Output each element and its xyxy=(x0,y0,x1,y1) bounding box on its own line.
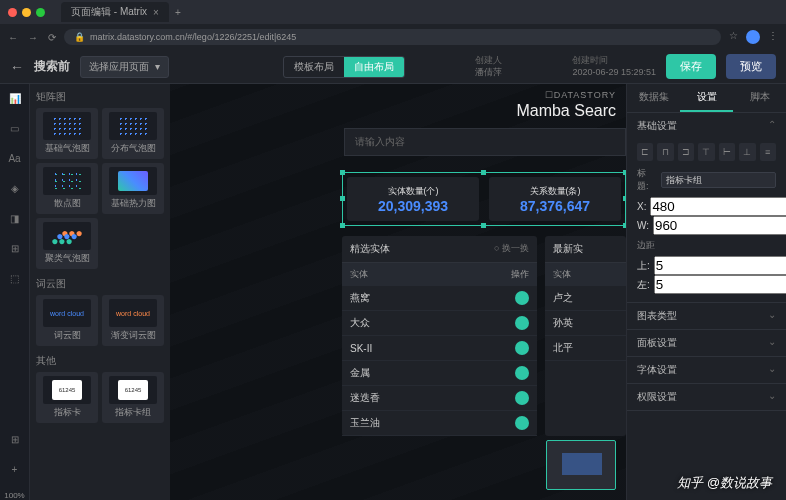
minimize-icon[interactable] xyxy=(22,8,31,17)
component-palette: 矩阵图 基础气泡图 分布气泡图 散点图 基础热力图 聚类气泡图 词云图 word… xyxy=(30,84,170,500)
align-top-icon[interactable]: ⊤ xyxy=(698,143,714,161)
section-basic[interactable]: 基础设置⌃ xyxy=(627,113,786,139)
resize-handle[interactable] xyxy=(481,170,486,175)
nav-reload-icon[interactable]: ⟳ xyxy=(48,32,56,43)
tab-dataset[interactable]: 数据集 xyxy=(627,84,680,112)
tab-close-icon[interactable]: × xyxy=(153,7,159,18)
resize-handle[interactable] xyxy=(623,196,626,201)
palette-item-bubble[interactable]: 基础气泡图 xyxy=(36,108,98,159)
section-panel[interactable]: 面板设置⌄ xyxy=(627,330,786,356)
table-row[interactable]: 迷迭香 xyxy=(342,386,537,411)
new-tab-icon[interactable]: + xyxy=(175,7,181,18)
palette-item-scatter[interactable]: 散点图 xyxy=(36,163,98,214)
section-font[interactable]: 字体设置⌄ xyxy=(627,357,786,383)
url-text: matrix.datastory.com.cn/#/lego/1226/2251… xyxy=(90,32,296,42)
chart-icon[interactable]: 📊 xyxy=(7,90,23,106)
nav-forward-icon[interactable]: → xyxy=(28,32,38,43)
metric-card: 实体数量(个) 20,309,393 xyxy=(347,177,479,221)
palette-item-wordcloud[interactable]: word cloud词云图 xyxy=(36,295,98,346)
properties-panel: 数据集 设置 脚本 基础设置⌃ ⊏⊓⊐ ⊤⊢⊥ ≡ 标题: X: Y: W: H… xyxy=(626,84,786,500)
back-button[interactable]: ← xyxy=(10,59,24,75)
table-row[interactable]: 卢之 xyxy=(545,286,626,311)
addr-actions: ☆ ⋮ xyxy=(729,30,778,44)
resize-handle[interactable] xyxy=(340,196,345,201)
nav-back-icon[interactable]: ← xyxy=(8,32,18,43)
table-row[interactable]: 玉兰油 xyxy=(342,411,537,436)
text-icon[interactable]: Aa xyxy=(7,150,23,166)
tab-settings[interactable]: 设置 xyxy=(680,84,733,112)
align-center-icon[interactable]: ⊓ xyxy=(657,143,673,161)
icon-rail: 📊 ▭ Aa ◈ ◨ ⊞ ⬚ ⊞ + 100% xyxy=(0,84,30,500)
table-row[interactable]: 大众 xyxy=(342,311,537,336)
palette-item-dist-bubble[interactable]: 分布气泡图 xyxy=(102,108,164,159)
table-row[interactable]: 燕窝 xyxy=(342,286,537,311)
window-controls xyxy=(8,8,45,17)
resize-handle[interactable] xyxy=(623,170,626,175)
latest-panel: 最新实 实体 卢之孙英北平 xyxy=(545,236,626,436)
resize-handle[interactable] xyxy=(481,223,486,228)
resize-handle[interactable] xyxy=(623,223,626,228)
featured-panel: 精选实体○ 换一换 实体操作 燕窝大众SK-II金属迷迭香玉兰油 xyxy=(342,236,537,436)
canvas-title: Mamba Searc xyxy=(516,102,616,120)
table-row[interactable]: SK-II xyxy=(342,336,537,361)
action-icon[interactable] xyxy=(515,291,529,305)
table-row[interactable]: 金属 xyxy=(342,361,537,386)
align-left-icon[interactable]: ⊏ xyxy=(637,143,653,161)
title-input[interactable] xyxy=(661,172,776,188)
palette-item-heatmap[interactable]: 基础热力图 xyxy=(102,163,164,214)
table-row[interactable]: 孙英 xyxy=(545,311,626,336)
save-button[interactable]: 保存 xyxy=(666,54,716,79)
layout-template-button[interactable]: 模板布局 xyxy=(284,57,344,77)
component-icon[interactable]: ⬚ xyxy=(7,270,23,286)
x-input[interactable] xyxy=(650,197,786,216)
app-header: ← 搜索前 选择应用页面 ▾ 模板布局 自由布局 创建人 潘倩萍 创建时间 20… xyxy=(0,50,786,84)
align-bottom-icon[interactable]: ⊥ xyxy=(739,143,755,161)
layout-free-button[interactable]: 自由布局 xyxy=(344,57,404,77)
w-input[interactable] xyxy=(653,216,786,235)
palette-item-metric[interactable]: 61245指标卡 xyxy=(36,372,98,423)
resize-handle[interactable] xyxy=(340,223,345,228)
align-right-icon[interactable]: ⊐ xyxy=(678,143,694,161)
margin-left-input[interactable] xyxy=(654,275,786,294)
table-row[interactable]: 北平 xyxy=(545,336,626,361)
layers-icon[interactable]: ◈ xyxy=(7,180,23,196)
menu-icon[interactable]: ⋮ xyxy=(768,30,778,44)
palette-item-grad-wordcloud[interactable]: word cloud渐变词云图 xyxy=(102,295,164,346)
preview-thumbnail[interactable] xyxy=(546,440,616,490)
page-select[interactable]: 选择应用页面 ▾ xyxy=(80,56,169,78)
palette-item-metric-group[interactable]: 61245指标卡组 xyxy=(102,372,164,423)
zoom-level[interactable]: 100% xyxy=(4,491,24,500)
resize-handle[interactable] xyxy=(340,170,345,175)
action-icon[interactable] xyxy=(515,416,529,430)
image-icon[interactable]: ▭ xyxy=(7,120,23,136)
action-icon[interactable] xyxy=(515,391,529,405)
canvas[interactable]: ☐DATASTORY Mamba Searc 请输入内容 实体数量(个) 20,… xyxy=(170,84,626,500)
lock-icon: 🔒 xyxy=(74,32,85,42)
meta-time: 创建时间 2020-06-29 15:29:51 xyxy=(572,55,656,78)
align-middle-icon[interactable]: ⊢ xyxy=(719,143,735,161)
section-chart-type[interactable]: 图表类型⌄ xyxy=(627,303,786,329)
section-perm[interactable]: 权限设置⌄ xyxy=(627,384,786,410)
refresh-link[interactable]: ○ 换一换 xyxy=(494,242,529,256)
action-icon[interactable] xyxy=(515,341,529,355)
cube-icon[interactable]: ◨ xyxy=(7,210,23,226)
palette-item-cluster[interactable]: 聚类气泡图 xyxy=(36,218,98,269)
main: 📊 ▭ Aa ◈ ◨ ⊞ ⬚ ⊞ + 100% 矩阵图 基础气泡图 分布气泡图 … xyxy=(0,84,786,500)
close-icon[interactable] xyxy=(8,8,17,17)
grid-icon[interactable]: ⊞ xyxy=(7,431,23,447)
tab-script[interactable]: 脚本 xyxy=(733,84,786,112)
maximize-icon[interactable] xyxy=(36,8,45,17)
margin-top-input[interactable] xyxy=(654,256,786,275)
distribute-h-icon[interactable]: ≡ xyxy=(760,143,776,161)
preview-button[interactable]: 预览 xyxy=(726,54,776,79)
star-icon[interactable]: ☆ xyxy=(729,30,738,44)
profile-icon[interactable] xyxy=(746,30,760,44)
dashboard-icon[interactable]: ⊞ xyxy=(7,240,23,256)
browser-tab[interactable]: 页面编辑 - Matrix × xyxy=(61,2,169,22)
search-input[interactable]: 请输入内容 xyxy=(344,128,626,156)
action-icon[interactable] xyxy=(515,316,529,330)
action-icon[interactable] xyxy=(515,366,529,380)
selected-element[interactable]: 实体数量(个) 20,309,393 关系数量(条) 87,376,647 xyxy=(342,172,626,226)
address-bar[interactable]: 🔒 matrix.datastory.com.cn/#/lego/1226/22… xyxy=(64,29,721,45)
add-icon[interactable]: + xyxy=(7,461,23,477)
